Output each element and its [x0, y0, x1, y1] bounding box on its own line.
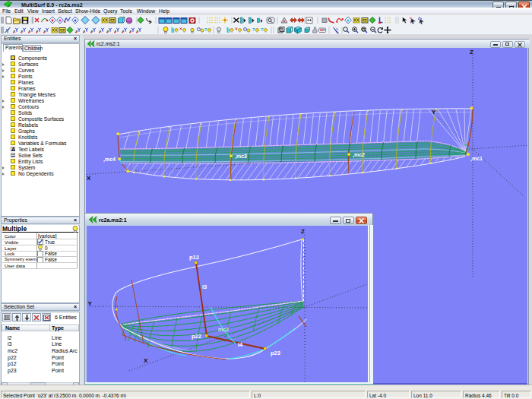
svg-text:Y: Y: [432, 109, 436, 116]
svg-text:,mc4: ,mc4: [103, 157, 116, 163]
svg-text:X: X: [144, 357, 148, 364]
svg-text:l3: l3: [202, 283, 207, 290]
svg-text:,mc2: ,mc2: [353, 152, 365, 158]
svg-text:p12: p12: [189, 254, 199, 261]
svg-text:,mc3: ,mc3: [235, 154, 247, 160]
svg-text:Z: Z: [301, 228, 305, 235]
svg-text:p22: p22: [192, 333, 201, 340]
svg-text:X: X: [87, 175, 91, 182]
svg-text:,mc1: ,mc1: [470, 156, 483, 162]
svg-text:Z: Z: [470, 49, 473, 55]
svg-text:l4: l4: [238, 341, 243, 348]
svg-text:Y: Y: [88, 300, 93, 307]
svg-text:mc2: mc2: [218, 327, 229, 332]
svg-text:p23: p23: [271, 350, 280, 356]
